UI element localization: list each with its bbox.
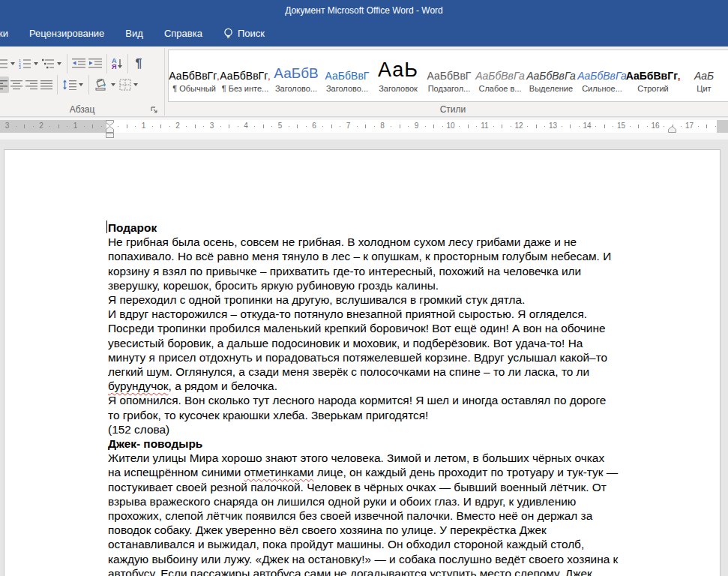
- text-line-9[interactable]: увесистый боровик, а дальше подосиновик …: [108, 336, 700, 350]
- text-line-5[interactable]: зверушку, корешок, бросить яркую рубинов…: [108, 278, 700, 292]
- text-line-6[interactable]: Я переходил с одной тропинки на другую, …: [108, 292, 700, 307]
- line-spacing-dropdown-icon[interactable]: [79, 83, 83, 86]
- style-label: ¶ Обычный: [169, 84, 220, 93]
- lightbulb-icon: [223, 28, 233, 40]
- text-line-15[interactable]: (152 слова): [108, 422, 700, 436]
- text-line-8[interactable]: Посреди тропинки пробился маленький креп…: [108, 321, 700, 335]
- align-right-icon[interactable]: [24, 76, 39, 93]
- style-item-11[interactable]: АаБЦит: [679, 50, 728, 101]
- ruler-tick: [468, 124, 469, 128]
- ruler-bar: 1234567891011121314151617123: [0, 118, 728, 140]
- ruler-tick: [595, 126, 596, 127]
- text-line-16[interactable]: Джек- поводырь: [108, 436, 700, 451]
- style-label: Цит: [679, 84, 728, 93]
- style-item-10[interactable]: АаБбВвГг,Строгий: [628, 50, 679, 101]
- text-line-2[interactable]: Не грибная была осень, совсем не грибная…: [108, 235, 700, 249]
- tab-4[interactable]: Справка: [154, 20, 213, 46]
- search-label: Поиск: [238, 28, 265, 39]
- line-spacing-icon[interactable]: [61, 76, 78, 93]
- text-line-20[interactable]: взрыва вражеского снаряда он лишился одн…: [108, 494, 700, 508]
- ruler-tick: [16, 126, 16, 127]
- first-line-indent-marker[interactable]: [106, 120, 114, 126]
- ruler-number: 16: [651, 122, 659, 130]
- multilevel-dropdown-icon[interactable]: [57, 62, 61, 65]
- ruler-tick: [391, 126, 391, 127]
- hanging-indent-marker[interactable]: [106, 126, 114, 133]
- text-line-4[interactable]: корзину я взял по привычке – прихватить …: [108, 264, 700, 278]
- style-item-8[interactable]: АаБбВвГаВыделение: [526, 50, 577, 101]
- justify-icon[interactable]: [39, 76, 54, 93]
- shading-icon[interactable]: [92, 76, 110, 93]
- paragraph-group-label: Абзац: [0, 104, 164, 115]
- ruler-number: 2: [39, 122, 43, 130]
- style-label: Заголово...: [271, 84, 322, 93]
- ruler-tick: [203, 126, 204, 127]
- style-preview: АаБбВвГ: [424, 56, 475, 82]
- style-preview: АаБбВвГа: [475, 56, 526, 82]
- tab-2[interactable]: Рецензирование: [19, 20, 115, 46]
- text-line-12[interactable]: бурундучок, а рядом и белочка.: [108, 379, 700, 393]
- ruler-tick: [442, 126, 443, 127]
- text-line-7[interactable]: И вдруг насторожился – откуда-то потянул…: [108, 307, 700, 321]
- ruler-number: 1: [73, 122, 78, 130]
- paragraph-dialog-launcher-icon[interactable]: [151, 106, 158, 114]
- ruler-tick: [331, 124, 332, 128]
- text-line-24[interactable]: каждую выбоину или лужу. «Джек на остано…: [108, 552, 700, 566]
- ruler-number: 8: [380, 122, 385, 130]
- increase-indent-icon[interactable]: [87, 56, 103, 72]
- text-line-25[interactable]: автобусу. Если пассажиры автобуса сами н…: [108, 566, 700, 576]
- style-item-9[interactable]: АаБбВвГаСильное...: [577, 50, 628, 101]
- text-line-10[interactable]: минуту я присел отдохнуть и порадоваться…: [108, 350, 700, 364]
- shading-dropdown-icon[interactable]: [111, 83, 115, 86]
- ruler-tick: [698, 126, 699, 127]
- style-item-5[interactable]: АаЬЗаголовок: [373, 50, 424, 101]
- bullets-icon[interactable]: [0, 56, 10, 72]
- tab-3[interactable]: Вид: [115, 20, 154, 46]
- style-item-1[interactable]: АаБбВвГг,¶ Обычный: [169, 50, 220, 101]
- text-segment: взрыва вражеского снаряда он лишился одн…: [108, 495, 576, 508]
- text-line-17[interactable]: Жители улицы Мира хорошо знают этого чел…: [108, 451, 700, 465]
- style-item-4[interactable]: АаБбВвГЗаголово...: [322, 50, 373, 101]
- borders-icon[interactable]: [118, 76, 133, 93]
- align-center-icon[interactable]: [9, 76, 24, 93]
- decrease-indent-icon[interactable]: [70, 56, 87, 72]
- align-left-icon[interactable]: [0, 76, 9, 93]
- ruler-tick: [502, 124, 502, 128]
- text-line-23[interactable]: останавливался и выжидал, пока пройдут м…: [108, 537, 700, 551]
- multilevel-list-icon[interactable]: [40, 56, 56, 72]
- right-indent-marker[interactable]: [668, 126, 676, 133]
- style-item-7[interactable]: АаБбВвГаСлабое в...: [475, 50, 526, 101]
- text-line-11[interactable]: легкий шум. Оглянулся, а сзади меня звер…: [108, 364, 700, 379]
- style-label: Выделение: [526, 84, 577, 93]
- style-item-6[interactable]: АаБбВвГПодзагол...: [424, 50, 475, 101]
- ruler-tick: [493, 126, 494, 127]
- text-line-3[interactable]: попахивало. Но всё равно меня тянуло в л…: [108, 249, 700, 263]
- sort-icon[interactable]: АЯ: [110, 56, 124, 72]
- tab-search[interactable]: Поиск: [213, 20, 275, 46]
- ruler-tick: [536, 124, 537, 128]
- text-line-14[interactable]: то грибок, то кусочек краюшки хлеба. Зве…: [108, 408, 700, 422]
- ruler-tick: [433, 124, 434, 128]
- tab-1[interactable]: ки: [0, 20, 19, 46]
- document-page[interactable]: ПодарокНе грибная была осень, совсем не …: [4, 149, 721, 576]
- styles-group-label: Стили: [168, 104, 728, 115]
- text-line-21[interactable]: прохожих, слепой лётчик появился без сво…: [108, 508, 700, 523]
- numbering-dropdown-icon[interactable]: [34, 62, 38, 65]
- numbering-icon[interactable]: 123: [17, 56, 33, 72]
- style-item-3[interactable]: АаБбВЗаголово...: [271, 50, 322, 101]
- ruler-tick: [570, 124, 571, 128]
- bullets-dropdown-icon[interactable]: [10, 62, 15, 65]
- text-line-19[interactable]: постукивает своей резной палочкой. Челов…: [108, 480, 700, 494]
- style-item-2[interactable]: АаБбВвГг,¶ Без инте...: [220, 50, 271, 101]
- left-indent-marker[interactable]: [106, 133, 114, 138]
- text-line-13[interactable]: Я опомнился. Вон сколько тут лесного нар…: [108, 393, 700, 407]
- document-area: ПодарокНе грибная была осень, совсем не …: [0, 140, 728, 576]
- text-line-22[interactable]: поводок собаку. Джек уверенно вёл своего…: [108, 523, 700, 537]
- style-label: Слабое в...: [475, 84, 526, 93]
- text-line-1[interactable]: Подарок: [108, 220, 700, 235]
- text-line-18[interactable]: на испещрённом синими отметинками лице, …: [108, 465, 700, 479]
- text-segment: минуту я присел отдохнуть и порадоваться…: [108, 351, 607, 364]
- document-text[interactable]: ПодарокНе грибная была осень, совсем не …: [108, 220, 700, 576]
- show-marks-icon[interactable]: ¶: [131, 57, 147, 70]
- borders-dropdown-icon[interactable]: [133, 83, 138, 86]
